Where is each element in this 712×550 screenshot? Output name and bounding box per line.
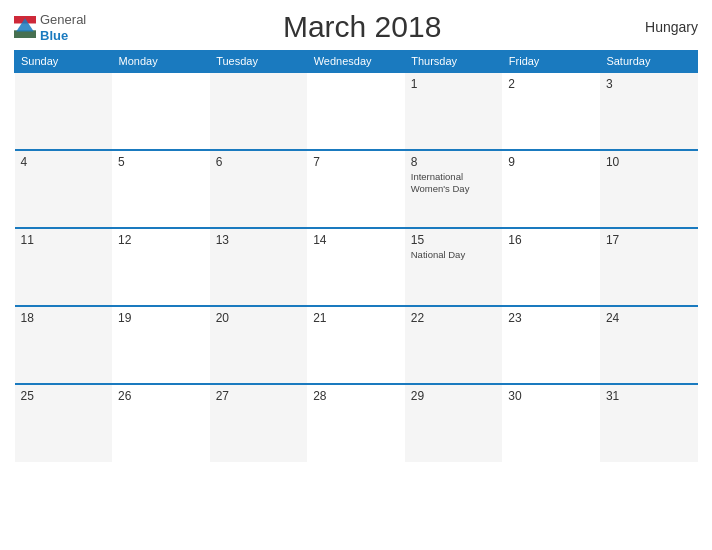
calendar-cell: 17 [600,228,698,306]
header-wednesday: Wednesday [307,51,405,73]
day-number: 19 [118,311,204,325]
day-number: 14 [313,233,399,247]
day-number: 21 [313,311,399,325]
day-number: 7 [313,155,399,169]
calendar-cell [15,72,113,150]
day-number: 13 [216,233,302,247]
calendar-cell: 29 [405,384,503,462]
event-label: International Women's Day [411,171,497,196]
calendar-cell: 28 [307,384,405,462]
calendar-cell: 24 [600,306,698,384]
calendar-cell: 15National Day [405,228,503,306]
calendar-cell: 8International Women's Day [405,150,503,228]
calendar-title: March 2018 [86,10,638,44]
calendar-cell: 26 [112,384,210,462]
calendar-cell: 27 [210,384,308,462]
day-number: 24 [606,311,692,325]
logo-icon [14,16,36,38]
calendar-cell: 1 [405,72,503,150]
country-label: Hungary [638,19,698,35]
calendar-cell: 2 [502,72,600,150]
header-friday: Friday [502,51,600,73]
calendar-cell: 18 [15,306,113,384]
day-number: 4 [21,155,107,169]
day-number: 2 [508,77,594,91]
calendar-cell: 23 [502,306,600,384]
calendar-cell: 31 [600,384,698,462]
calendar-week-3: 1112131415National Day1617 [15,228,698,306]
calendar-cell: 16 [502,228,600,306]
header-thursday: Thursday [405,51,503,73]
event-label: National Day [411,249,497,261]
calendar-cell: 25 [15,384,113,462]
day-number: 1 [411,77,497,91]
day-number: 25 [21,389,107,403]
day-number: 26 [118,389,204,403]
day-number: 3 [606,77,692,91]
calendar-cell: 21 [307,306,405,384]
calendar-cell [210,72,308,150]
header: General Blue March 2018 Hungary [14,10,698,44]
calendar-cell: 19 [112,306,210,384]
day-number: 10 [606,155,692,169]
day-number: 20 [216,311,302,325]
calendar-cell: 14 [307,228,405,306]
calendar-cell [307,72,405,150]
calendar-table: Sunday Monday Tuesday Wednesday Thursday… [14,50,698,462]
calendar-cell: 7 [307,150,405,228]
day-number: 18 [21,311,107,325]
day-number: 23 [508,311,594,325]
day-number: 5 [118,155,204,169]
day-number: 29 [411,389,497,403]
day-number: 15 [411,233,497,247]
calendar-cell: 20 [210,306,308,384]
header-monday: Monday [112,51,210,73]
calendar-week-5: 25262728293031 [15,384,698,462]
calendar-cell: 4 [15,150,113,228]
day-number: 17 [606,233,692,247]
day-number: 31 [606,389,692,403]
calendar-cell: 30 [502,384,600,462]
calendar-cell: 3 [600,72,698,150]
header-tuesday: Tuesday [210,51,308,73]
calendar-cell: 10 [600,150,698,228]
header-saturday: Saturday [600,51,698,73]
calendar-week-1: 123 [15,72,698,150]
svg-rect-2 [14,30,36,38]
page: General Blue March 2018 Hungary Sunday M… [0,0,712,550]
day-number: 11 [21,233,107,247]
weekday-header-row: Sunday Monday Tuesday Wednesday Thursday… [15,51,698,73]
calendar-week-4: 18192021222324 [15,306,698,384]
day-number: 28 [313,389,399,403]
calendar-cell [112,72,210,150]
day-number: 8 [411,155,497,169]
calendar-week-2: 45678International Women's Day910 [15,150,698,228]
day-number: 22 [411,311,497,325]
day-number: 12 [118,233,204,247]
calendar-cell: 5 [112,150,210,228]
day-number: 16 [508,233,594,247]
calendar-cell: 12 [112,228,210,306]
calendar-cell: 13 [210,228,308,306]
logo-general-text: General [40,12,86,27]
logo: General Blue [14,11,86,43]
day-number: 6 [216,155,302,169]
header-sunday: Sunday [15,51,113,73]
calendar-cell: 22 [405,306,503,384]
logo-blue-text: Blue [40,28,68,43]
calendar-cell: 9 [502,150,600,228]
day-number: 27 [216,389,302,403]
calendar-cell: 11 [15,228,113,306]
day-number: 30 [508,389,594,403]
day-number: 9 [508,155,594,169]
calendar-cell: 6 [210,150,308,228]
